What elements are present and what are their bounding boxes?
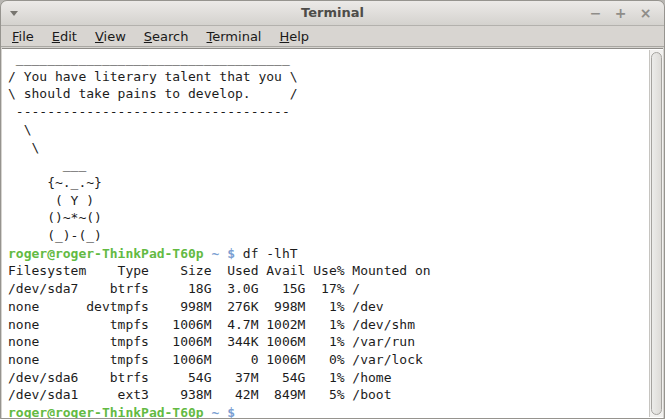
prompt-path-symbol: ~ $ xyxy=(204,405,243,419)
window-title: Terminal xyxy=(1,5,664,20)
window-controls: − + × xyxy=(583,1,658,26)
menubar: FileEditViewSearchTerminalHelp xyxy=(1,26,664,47)
maximize-button[interactable]: + xyxy=(608,1,633,26)
terminal-content[interactable]: ___________________________________ / Yo… xyxy=(2,48,663,418)
prompt-path-symbol: ~ $ xyxy=(204,246,243,261)
menu-search[interactable]: Search xyxy=(135,28,198,45)
prompt-user-host: roger@roger-ThinkPad-T60p xyxy=(8,246,204,261)
close-button[interactable]: × xyxy=(633,1,658,26)
menu-edit[interactable]: Edit xyxy=(43,28,86,45)
menu-view[interactable]: View xyxy=(86,28,135,45)
menu-help[interactable]: Help xyxy=(270,28,318,45)
minimize-button[interactable]: − xyxy=(583,1,608,26)
scrollbar[interactable] xyxy=(649,50,663,417)
prompt-user-host: roger@roger-ThinkPad-T60p xyxy=(8,405,204,419)
menu-terminal[interactable]: Terminal xyxy=(198,28,271,45)
terminal-text: ___________________________________ / Yo… xyxy=(8,50,431,419)
titlebar[interactable]: Terminal − + × xyxy=(1,1,664,26)
scrollbar-thumb[interactable] xyxy=(651,52,662,415)
terminal-window: Terminal − + × FileEditViewSearchTermina… xyxy=(0,0,665,419)
menu-file[interactable]: File xyxy=(3,28,43,45)
